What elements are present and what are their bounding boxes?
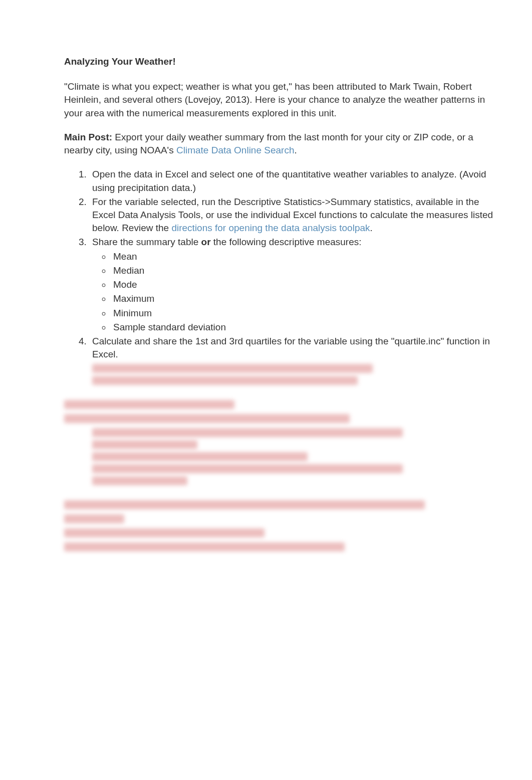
main-post-text-2: .: [294, 145, 297, 155]
obscured-step-5: [64, 364, 502, 385]
measure-minimum: Minimum: [111, 307, 502, 320]
intro-paragraph: "Climate is what you expect; weather is …: [64, 80, 502, 120]
step-3-tail: the following descriptive measures:: [211, 237, 362, 247]
document-page: Analyzing Your Weather! "Climate is what…: [0, 0, 532, 780]
obscured-paragraph-1: [64, 414, 502, 423]
step-4: Calculate and share the 1st and 3rd quar…: [89, 335, 502, 361]
step-3: Share the summary table or the following…: [89, 236, 502, 334]
step-1-text: Open the data in Excel and select one of…: [92, 169, 486, 192]
measure-mean: Mean: [111, 250, 502, 263]
step-2-tail: .: [370, 223, 373, 233]
main-post-label: Main Post:: [64, 132, 112, 142]
measure-median: Median: [111, 264, 502, 277]
obscured-list-1: [64, 428, 502, 485]
main-post-paragraph: Main Post: Export your daily weather sum…: [64, 131, 502, 157]
obscured-heading-2: [64, 528, 502, 537]
measure-maximum: Maximum: [111, 292, 502, 305]
steps-list: Open the data in Excel and select one of…: [64, 168, 502, 361]
measure-std: Sample standard deviation: [111, 321, 502, 334]
obscured-heading-1: [64, 400, 502, 409]
step-1: Open the data in Excel and select one of…: [89, 168, 502, 194]
measures-list: Mean Median Mode Maximum Minimum Sample …: [92, 250, 502, 334]
toolpak-link[interactable]: directions for opening the data analysis…: [171, 223, 370, 233]
step-3-or: or: [201, 237, 211, 247]
page-title: Analyzing Your Weather!: [64, 55, 502, 68]
step-3-text: Share the summary table: [92, 237, 201, 247]
measure-mode: Mode: [111, 278, 502, 291]
obscured-paragraph-2: [64, 500, 502, 523]
step-2: For the variable selected, run the Descr…: [89, 196, 502, 235]
obscured-paragraph-3: [64, 542, 502, 551]
step-4-text: Calculate and share the 1st and 3rd quar…: [92, 336, 490, 359]
climate-data-link[interactable]: Climate Data Online Search: [176, 145, 295, 155]
